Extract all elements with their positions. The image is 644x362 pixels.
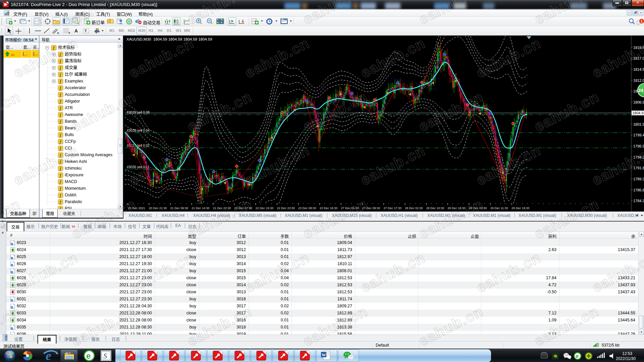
svg-text:1814.55: 1814.55 bbox=[633, 67, 644, 71]
svg-text:OsMA: OsMA bbox=[65, 193, 76, 197]
svg-text:CCI: CCI bbox=[65, 146, 72, 150]
svg-text:Heiken Ashi: Heiken Ashi bbox=[65, 159, 87, 164]
svg-text:成交量: 成交量 bbox=[65, 65, 77, 70]
svg-text:22 Dec 23:30: 22 Dec 23:30 bbox=[277, 206, 295, 210]
svg-text:Bulls: Bulls bbox=[65, 132, 74, 137]
svg-text:Examples: Examples bbox=[65, 79, 83, 83]
svg-text:震荡指标: 震荡指标 bbox=[65, 58, 82, 63]
svg-text:27 Dec 01:30: 27 Dec 01:30 bbox=[341, 206, 359, 210]
svg-text:E: E bbox=[57, 32, 59, 34]
svg-text:1796.90: 1796.90 bbox=[633, 144, 644, 148]
svg-text:27 Dec 17:30: 27 Dec 17:30 bbox=[383, 206, 401, 210]
svg-text:20 Dec 2021: 20 Dec 2021 bbox=[128, 206, 145, 210]
svg-text:1791.85: 1791.85 bbox=[633, 166, 644, 170]
svg-text:1804.59: 1804.59 bbox=[632, 111, 644, 115]
svg-text:1: 1 bbox=[641, 19, 643, 23]
svg-text:#3027 sell 0.02: #3027 sell 0.02 bbox=[127, 144, 150, 147]
svg-text:F: F bbox=[69, 32, 70, 34]
svg-text:1794.35: 1794.35 bbox=[633, 155, 644, 159]
svg-text:Accumulation: Accumulation bbox=[65, 92, 90, 97]
svg-text:Awesome: Awesome bbox=[65, 112, 83, 117]
svg-text:Alligator: Alligator bbox=[65, 99, 80, 104]
svg-text:#3028 sell 0.04: #3028 sell 0.04 bbox=[127, 129, 150, 132]
svg-text:22 Dec 15:30: 22 Dec 15:30 bbox=[256, 206, 274, 210]
svg-text:T: T bbox=[85, 29, 87, 33]
svg-text:1784.30: 1784.30 bbox=[633, 199, 644, 203]
svg-text:29 Dec 11:30: 29 Dec 11:30 bbox=[490, 206, 508, 210]
svg-text:1799.40: 1799.40 bbox=[633, 133, 644, 137]
svg-text:28 Dec 18:30: 28 Dec 18:30 bbox=[447, 206, 466, 210]
svg-text:22 Dec 07:30: 22 Dec 07:30 bbox=[234, 206, 252, 210]
svg-text:Custom Moving Averages: Custom Moving Averages bbox=[65, 153, 112, 157]
svg-text:21 Dec 14:30: 21 Dec 14:30 bbox=[192, 206, 210, 210]
svg-text:技术指标: 技术指标 bbox=[58, 45, 75, 50]
svg-text:28 Dec 02:30: 28 Dec 02:30 bbox=[405, 206, 423, 210]
svg-text:S: S bbox=[103, 352, 107, 360]
svg-text:1819.60: 1819.60 bbox=[633, 46, 644, 50]
svg-text:比尔 威廉姆: 比尔 威廉姆 bbox=[65, 72, 87, 77]
svg-text:1812.00: 1812.00 bbox=[633, 78, 644, 82]
svg-text:29 Dec 19:30: 29 Dec 19:30 bbox=[512, 206, 530, 210]
svg-text:MACD: MACD bbox=[65, 179, 77, 184]
svg-text:1801.95: 1801.95 bbox=[633, 122, 644, 126]
svg-text:W: W bbox=[322, 352, 326, 357]
svg-text:27 Dec 09:30: 27 Dec 09:30 bbox=[362, 206, 380, 210]
svg-text:1789.30: 1789.30 bbox=[633, 177, 644, 181]
svg-text:Accelerator: Accelerator bbox=[65, 85, 86, 90]
svg-text:Bears: Bears bbox=[65, 126, 76, 130]
svg-text:1817.05: 1817.05 bbox=[633, 56, 644, 60]
svg-text:趋势指标: 趋势指标 bbox=[65, 52, 82, 57]
svg-text:e: e bbox=[86, 351, 91, 360]
svg-text:21 Dec 22:30: 21 Dec 22:30 bbox=[213, 206, 231, 210]
svg-text:23 Dec 08:30: 23 Dec 08:30 bbox=[298, 206, 316, 210]
svg-text:Ichimoku: Ichimoku bbox=[65, 166, 82, 171]
svg-text:1786.80: 1786.80 bbox=[633, 188, 644, 192]
svg-text:1806.95: 1806.95 bbox=[633, 100, 644, 104]
svg-text:iExposure: iExposure bbox=[65, 173, 84, 177]
svg-text:Bands: Bands bbox=[65, 119, 76, 124]
svg-text:23 Dec 16:30: 23 Dec 16:30 bbox=[320, 206, 338, 210]
svg-text:29 Dec 03:30: 29 Dec 03:30 bbox=[469, 206, 487, 210]
svg-text:#3029 sell 0.08: #3029 sell 0.08 bbox=[127, 111, 150, 114]
svg-text:28 Dec 10:30: 28 Dec 10:30 bbox=[426, 206, 444, 210]
svg-text:ATR: ATR bbox=[65, 106, 73, 110]
svg-text:XAUUSD,M30 1804.59 1804.59 18: XAUUSD,M30 1804.59 1804.59 1804.59 1804.… bbox=[126, 37, 212, 41]
svg-text:CCFp: CCFp bbox=[65, 139, 76, 144]
svg-text:21 Dec 06:30: 21 Dec 06:30 bbox=[170, 206, 188, 210]
svg-text:20 Dec 21:30: 20 Dec 21:30 bbox=[149, 206, 167, 210]
svg-text:24: 24 bbox=[638, 88, 643, 93]
svg-text:Momentum: Momentum bbox=[65, 186, 86, 191]
svg-text:Parabolic: Parabolic bbox=[65, 199, 82, 204]
svg-text:e: e bbox=[576, 353, 579, 359]
